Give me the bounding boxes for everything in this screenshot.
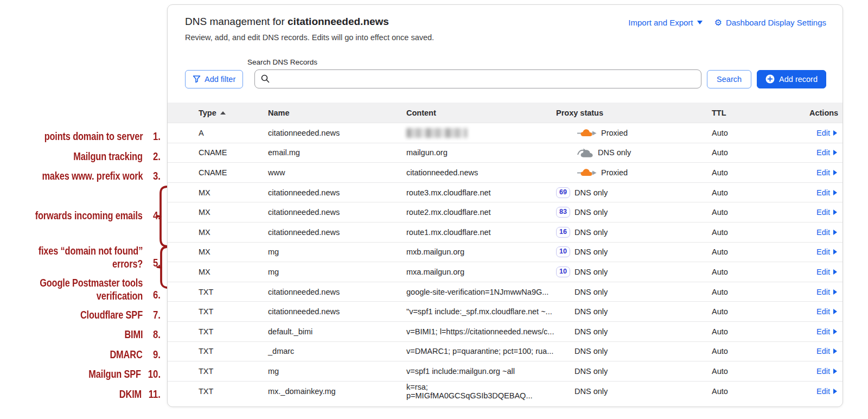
edit-chevron-icon bbox=[833, 190, 837, 195]
annotation-label: DKIM bbox=[119, 388, 142, 401]
record-type: MX bbox=[168, 208, 268, 217]
edit-label: Edit bbox=[816, 148, 830, 157]
annotation-number: 3. bbox=[149, 170, 161, 182]
edit-button[interactable]: Edit bbox=[816, 288, 837, 296]
import-export-link[interactable]: Import and Export bbox=[628, 18, 702, 27]
edit-button[interactable]: Edit bbox=[816, 188, 837, 197]
search-button[interactable]: Search bbox=[707, 70, 751, 88]
search-icon bbox=[260, 74, 270, 84]
gear-icon: ⚙ bbox=[714, 18, 722, 27]
sort-ascending-icon bbox=[220, 111, 226, 115]
edit-button[interactable]: Edit bbox=[816, 268, 837, 276]
record-name: citationneeded.news bbox=[268, 307, 406, 316]
annotation-11: DKIM11. bbox=[0, 388, 161, 401]
record-type: MX bbox=[168, 268, 268, 276]
proxy-status-label: DNS only bbox=[575, 288, 608, 296]
column-header-content[interactable]: Content bbox=[406, 109, 556, 117]
record-type: MX bbox=[168, 228, 268, 237]
column-header-ttl[interactable]: TTL bbox=[712, 109, 809, 117]
proxy-status-label: Proxied bbox=[601, 129, 628, 137]
edit-button[interactable]: Edit bbox=[816, 387, 837, 396]
annotation-number: 9. bbox=[149, 348, 161, 361]
record-type: TXT bbox=[168, 327, 268, 336]
edit-label: Edit bbox=[816, 268, 830, 276]
edit-chevron-icon bbox=[833, 329, 837, 334]
search-input[interactable] bbox=[254, 69, 701, 88]
table-row: TXTdefault._bimiv=BIMI1; l=https://citat… bbox=[168, 321, 843, 341]
edit-button[interactable]: Edit bbox=[816, 168, 837, 177]
record-name: mx._domainkey.mg bbox=[268, 387, 406, 396]
record-ttl: Auto bbox=[712, 367, 809, 376]
annotation-6: Google Postmaster tools verification6. bbox=[0, 277, 161, 303]
record-proxy-status: Proxied bbox=[556, 128, 712, 137]
record-content: mxa.mailgun.org bbox=[406, 268, 556, 276]
search-field-label: Search DNS Records bbox=[247, 58, 826, 66]
edit-button[interactable]: Edit bbox=[816, 129, 837, 137]
table-row: CNAMEwwwcitationneeded.newsProxiedAutoEd… bbox=[168, 162, 843, 182]
column-header-name[interactable]: Name bbox=[268, 109, 406, 117]
record-name: _dmarc bbox=[268, 347, 406, 355]
edit-button[interactable]: Edit bbox=[816, 247, 837, 256]
record-type: TXT bbox=[168, 307, 268, 316]
annotation-4: forwards incoming emails4. bbox=[0, 210, 161, 223]
record-proxy-status: 69DNS only bbox=[556, 187, 712, 198]
edit-chevron-icon bbox=[833, 210, 837, 215]
table-body: Acitationneeded.newsProxiedAutoEditCNAME… bbox=[168, 123, 843, 401]
table-row: MXcitationneeded.newsroute1.mx.cloudflar… bbox=[168, 222, 843, 242]
record-type: CNAME bbox=[168, 148, 268, 157]
record-ttl: Auto bbox=[712, 288, 809, 296]
edit-button[interactable]: Edit bbox=[816, 148, 837, 157]
record-content: v=DMARC1; p=quarantine; pct=100; rua... bbox=[406, 347, 556, 355]
add-filter-button[interactable]: Add filter bbox=[185, 70, 243, 88]
edit-button[interactable]: Edit bbox=[816, 347, 837, 355]
edit-label: Edit bbox=[816, 288, 830, 296]
dashboard-display-settings-link[interactable]: ⚙ Dashboard Display Settings bbox=[714, 18, 826, 27]
record-name: citationneeded.news bbox=[268, 228, 406, 237]
annotation-10: Mailgun SPF10. bbox=[0, 368, 161, 381]
edit-button[interactable]: Edit bbox=[816, 228, 837, 237]
record-content: route3.mx.cloudflare.net bbox=[406, 188, 556, 197]
annotation-label: forwards incoming emails bbox=[35, 210, 143, 223]
record-ttl: Auto bbox=[712, 188, 809, 197]
dns-records-table: Type Name Content Proxy status TTL Actio… bbox=[168, 103, 843, 401]
edit-button[interactable]: Edit bbox=[816, 327, 837, 336]
zone-name: citationneeded.news bbox=[288, 16, 389, 27]
edit-button[interactable]: Edit bbox=[816, 307, 837, 316]
record-ttl: Auto bbox=[712, 208, 809, 217]
table-row: MXcitationneeded.newsroute2.mx.cloudflar… bbox=[168, 202, 843, 222]
annotation-3: makes www. prefix work3. bbox=[0, 170, 161, 183]
annotation-label: Cloudflare SPF bbox=[80, 309, 143, 322]
mx-priority-badge: 10 bbox=[556, 266, 570, 277]
edit-button[interactable]: Edit bbox=[816, 208, 837, 217]
record-content: k=rsa; p=MIGfMA0GCSqGSIb3DQEBAQ... bbox=[406, 383, 556, 400]
edit-label: Edit bbox=[816, 387, 830, 396]
column-header-proxy-status[interactable]: Proxy status bbox=[556, 109, 712, 117]
edit-button[interactable]: Edit bbox=[816, 367, 837, 376]
dns-management-panel: DNS management for citationneeded.news I… bbox=[167, 4, 843, 407]
record-name: citationneeded.news bbox=[268, 188, 406, 197]
record-content: v=spf1 include:mailgun.org ~all bbox=[406, 367, 556, 376]
edit-label: Edit bbox=[816, 367, 830, 376]
proxy-status-label: DNS only bbox=[575, 247, 608, 256]
edit-chevron-icon bbox=[833, 269, 837, 275]
record-type: TXT bbox=[168, 347, 268, 355]
add-record-button[interactable]: Add record bbox=[757, 70, 826, 88]
record-content: v=BIMI1; l=https://citationneeded.news/c… bbox=[406, 327, 556, 336]
record-proxy-status: DNS only bbox=[556, 327, 712, 336]
column-header-type[interactable]: Type bbox=[168, 109, 268, 117]
proxy-status-label: DNS only bbox=[575, 367, 608, 376]
record-content: google-site-verification=1NJmwwNa9G... bbox=[406, 288, 556, 296]
record-proxy-status: 83DNS only bbox=[556, 207, 712, 218]
record-proxy-status: DNS only bbox=[556, 347, 712, 355]
record-name: citationneeded.news bbox=[268, 208, 406, 217]
table-row: TXTmgv=spf1 include:mailgun.org ~allDNS … bbox=[168, 361, 843, 381]
edit-chevron-icon bbox=[833, 170, 837, 175]
column-header-actions: Actions bbox=[809, 109, 844, 117]
record-type: MX bbox=[168, 247, 268, 256]
filter-icon bbox=[193, 75, 201, 83]
mx-priority-badge: 69 bbox=[556, 187, 570, 198]
table-header-row: Type Name Content Proxy status TTL Actio… bbox=[168, 103, 843, 123]
edit-chevron-icon bbox=[833, 150, 837, 155]
mx-priority-badge: 10 bbox=[556, 246, 570, 257]
edit-chevron-icon bbox=[833, 348, 837, 354]
